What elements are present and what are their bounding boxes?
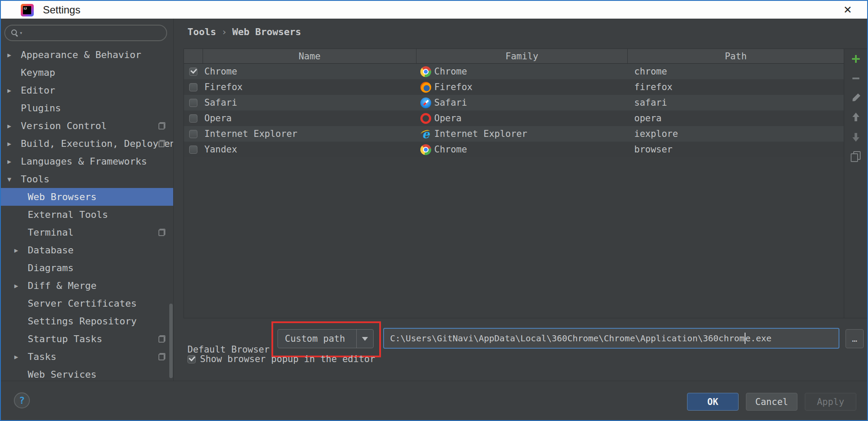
show-popup-checkbox[interactable] xyxy=(187,355,196,363)
copy-icon xyxy=(849,150,862,163)
header-checkbox-column[interactable] xyxy=(184,49,203,63)
sidebar-item-diagrams[interactable]: Diagrams xyxy=(1,259,173,277)
sidebar-item-label: Tools xyxy=(21,174,49,185)
chevron-down-icon[interactable] xyxy=(356,330,373,348)
row-checkbox-cell xyxy=(184,95,203,110)
row-checkbox[interactable] xyxy=(189,99,197,107)
row-checkbox[interactable] xyxy=(189,114,197,123)
browser-name: Safari xyxy=(204,97,237,108)
sidebar-item-server-certificates[interactable]: Server Certificates xyxy=(1,295,173,312)
chevron-collapsed-icon[interactable]: ▶ xyxy=(14,353,28,361)
sidebar-item-label: Terminal xyxy=(28,227,74,238)
move-down-button[interactable] xyxy=(844,127,868,146)
settings-search-box[interactable]: ▾ xyxy=(4,25,167,41)
browser-path: safari xyxy=(634,97,667,108)
sidebar-item-keymap[interactable]: Keymap xyxy=(1,64,173,81)
show-popup-row: Show browser popup in the editor xyxy=(187,353,375,365)
sidebar-item-label: Languages & Frameworks xyxy=(21,156,147,167)
custom-path-input[interactable]: C:\Users\GitNavi\AppData\Local\360Chrome… xyxy=(383,328,839,349)
sidebar-item-languages-frameworks[interactable]: ▶Languages & Frameworks xyxy=(1,152,173,170)
sidebar-item-settings-repository[interactable]: Settings Repository xyxy=(1,312,173,330)
row-checkbox[interactable] xyxy=(189,130,197,138)
chevron-collapsed-icon[interactable]: ▶ xyxy=(7,87,21,94)
browse-button[interactable]: … xyxy=(845,329,864,348)
ok-button[interactable]: OK xyxy=(687,393,739,411)
chevron-expanded-icon[interactable]: ▼ xyxy=(7,175,21,183)
table-row-chrome[interactable]: ChromeChromechrome xyxy=(184,64,844,79)
table-row-safari[interactable]: SafariSafarisafari xyxy=(184,95,844,110)
add-button[interactable] xyxy=(844,49,868,68)
sidebar-item-label: Web Services xyxy=(28,369,97,380)
cancel-button[interactable]: Cancel xyxy=(746,393,797,411)
settings-tree: ▶Appearance & BehaviorKeymap▶EditorPlugi… xyxy=(1,46,173,381)
table-row-yandex[interactable]: YandexChromebrowser xyxy=(184,142,844,157)
chrome-browser-icon xyxy=(420,144,431,155)
sidebar-item-tools[interactable]: ▼Tools xyxy=(1,170,173,188)
browser-path: iexplore xyxy=(634,129,678,139)
chevron-collapsed-icon[interactable]: ▶ xyxy=(14,282,28,290)
sidebar-item-terminal[interactable]: Terminal xyxy=(1,223,173,241)
edit-button[interactable] xyxy=(844,88,868,107)
remove-button[interactable] xyxy=(844,68,868,88)
sidebar-item-database[interactable]: ▶Database xyxy=(1,241,173,259)
combobox-value: Custom path xyxy=(278,334,356,344)
sidebar-item-version-control[interactable]: ▶Version Control xyxy=(1,117,173,135)
shared-settings-icon xyxy=(158,335,165,343)
row-checkbox-cell xyxy=(184,79,203,95)
sidebar-item-plugins[interactable]: Plugins xyxy=(1,99,173,117)
sidebar-item-label: Database xyxy=(28,245,74,256)
browsers-table: Name Family Path ChromeChromechromeFiref… xyxy=(184,49,844,318)
sidebar-item-tasks[interactable]: ▶Tasks xyxy=(1,348,173,366)
breadcrumb-tools[interactable]: Tools xyxy=(187,26,216,37)
chevron-collapsed-icon[interactable]: ▶ xyxy=(7,122,21,130)
row-checkbox-cell xyxy=(184,110,203,126)
row-path-cell: browser xyxy=(627,142,844,157)
sidebar-item-label: Diagrams xyxy=(28,262,74,273)
browser-family: Internet Explorer xyxy=(434,129,527,139)
sidebar-item-label: Version Control xyxy=(21,120,107,131)
sidebar-item-build-execution-deployment[interactable]: ▶Build, Execution, Deployment xyxy=(1,135,173,152)
table-row-opera[interactable]: OperaOperaopera xyxy=(184,110,844,126)
sidebar-item-label: Appearance & Behavior xyxy=(21,49,141,60)
search-options-chevron-icon[interactable]: ▾ xyxy=(19,30,23,36)
browser-family: Safari xyxy=(434,97,467,108)
row-checkbox-cell xyxy=(184,126,203,142)
sidebar-item-appearance-behavior[interactable]: ▶Appearance & Behavior xyxy=(1,46,173,64)
sidebar-item-label: Build, Execution, Deployment xyxy=(21,138,173,149)
chevron-collapsed-icon[interactable]: ▶ xyxy=(7,158,21,165)
row-name-cell: Internet Explorer xyxy=(203,126,416,142)
apply-button[interactable]: Apply xyxy=(805,393,856,411)
add-icon xyxy=(849,52,862,65)
sidebar-item-web-browsers[interactable]: Web Browsers xyxy=(1,188,173,206)
sidebar-item-web-services[interactable]: Web Services xyxy=(1,366,173,381)
move-up-button[interactable] xyxy=(844,107,868,127)
search-input[interactable] xyxy=(23,26,166,40)
row-checkbox[interactable] xyxy=(189,68,197,76)
chevron-collapsed-icon[interactable]: ▶ xyxy=(7,51,21,59)
row-checkbox[interactable] xyxy=(189,83,197,91)
chevron-collapsed-icon[interactable]: ▶ xyxy=(7,140,21,148)
header-family[interactable]: Family xyxy=(416,49,627,63)
default-browser-combobox[interactable]: Custom path xyxy=(278,329,374,348)
shared-settings-icon xyxy=(158,140,165,147)
row-name-cell: Firefox xyxy=(203,79,416,95)
help-icon[interactable]: ? xyxy=(14,392,30,408)
close-icon[interactable]: ✕ xyxy=(840,3,855,17)
breadcrumb: Tools›Web Browsers xyxy=(187,26,301,37)
row-checkbox[interactable] xyxy=(189,146,197,154)
intellij-logo-icon: IJ xyxy=(21,4,34,16)
sidebar-item-startup-tasks[interactable]: Startup Tasks xyxy=(1,330,173,348)
row-checkbox-cell xyxy=(184,142,203,157)
header-path[interactable]: Path xyxy=(627,49,844,63)
chevron-collapsed-icon[interactable]: ▶ xyxy=(14,246,28,254)
copy-button[interactable] xyxy=(844,146,868,166)
header-name[interactable]: Name xyxy=(203,49,416,63)
sidebar-scrollbar[interactable] xyxy=(169,304,173,378)
sidebar-item-editor[interactable]: ▶Editor xyxy=(1,81,173,99)
sidebar-item-external-tools[interactable]: External Tools xyxy=(1,206,173,223)
sidebar-item-diff-merge[interactable]: ▶Diff & Merge xyxy=(1,277,173,295)
table-header: Name Family Path xyxy=(184,49,844,64)
table-row-internet-explorer[interactable]: Internet ExplorerInternet Exploreriexplo… xyxy=(184,126,844,142)
browser-name: Firefox xyxy=(204,82,243,92)
table-row-firefox[interactable]: FirefoxFirefoxfirefox xyxy=(184,79,844,95)
